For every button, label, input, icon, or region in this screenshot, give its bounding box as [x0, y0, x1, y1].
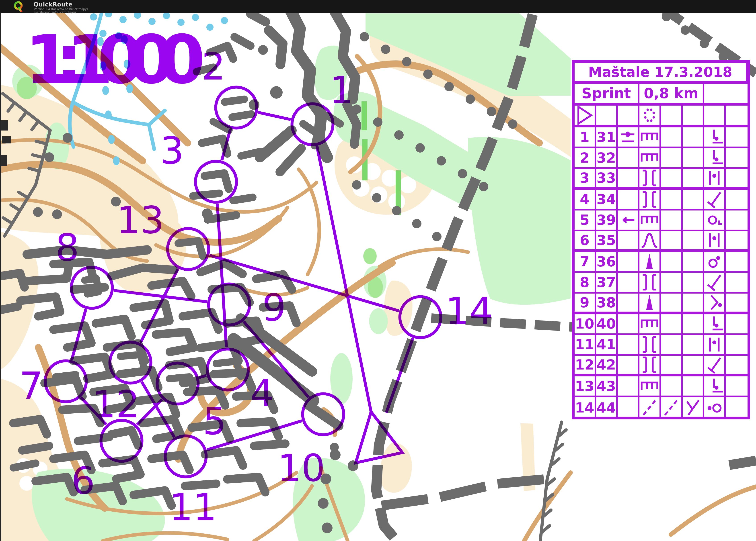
cs-colC-cell: [618, 356, 639, 376]
cs-colE-cell: [661, 252, 683, 272]
map-scale-text: 1:1000: [25, 21, 203, 99]
cs-colE-cell: [661, 190, 683, 211]
cs-code-cell: 37: [596, 272, 618, 293]
cs-colH-cell: [726, 169, 748, 190]
cs-colC-cell: [618, 293, 639, 314]
cs-colF-cell: [683, 335, 704, 356]
sheet-extra-cell: [704, 84, 748, 106]
control-number-label-9: 9: [262, 286, 286, 330]
cs-colG-cell: [704, 314, 726, 335]
cs-colG-cell: [704, 335, 726, 356]
cs-colE-cell: [661, 376, 683, 397]
app-version-label: Version 2.4 (for www.bestik.cz/mapy): [34, 7, 88, 11]
cs-number-cell-4: 4: [575, 190, 596, 211]
between-dot-icon: [705, 169, 724, 188]
cs-colE-cell: [661, 397, 683, 418]
cs-colF-cell: [683, 211, 704, 231]
cs-colD-cell: [639, 272, 661, 293]
cs-code-cell: 38: [596, 293, 618, 314]
cs-colF-cell: [683, 169, 704, 190]
cs-colC-cell: [618, 148, 639, 169]
cs-colC-cell: [618, 106, 639, 127]
cs-colE-cell: [661, 106, 683, 127]
corner-dot-icon: [705, 127, 724, 147]
cs-colF-cell: [683, 252, 704, 272]
check-icon: [705, 190, 724, 209]
cs-colD-cell: [639, 252, 661, 272]
cs-colG-cell: [704, 190, 726, 211]
cs-number-cell-8: 8: [575, 272, 596, 293]
cs-colE-cell: [661, 335, 683, 356]
cs-colD-cell: [639, 190, 661, 211]
cs-colE-cell: [661, 272, 683, 293]
cs-colD-cell: [639, 335, 661, 356]
chevron-dot-icon: [705, 293, 724, 312]
cs-colH-cell: [726, 148, 748, 169]
check-icon: [705, 356, 724, 374]
knoll-icon: [640, 231, 659, 250]
dash-line-icon: [661, 398, 681, 417]
cs-colG-cell: [704, 211, 726, 231]
cs-number-cell-5: 5: [575, 211, 596, 231]
cs-number-cell-7: 7: [575, 252, 596, 272]
circle-dot-icon: [705, 252, 724, 271]
cs-colC-cell: [618, 211, 639, 231]
cs-colE-cell: [661, 293, 683, 314]
cs-colF-cell: [683, 231, 704, 252]
control-number-label-1: 1: [330, 68, 353, 112]
control-number-label-5: 5: [203, 399, 227, 443]
cs-colD-cell: [639, 397, 661, 418]
window-left-border: [0, 0, 1, 541]
cs-code-cell: 36: [596, 252, 618, 272]
cs-code-cell: 41: [596, 335, 618, 356]
wall-icon: [640, 314, 659, 333]
control-number-label-12: 12: [92, 383, 140, 426]
cs-colD-cell: [639, 356, 661, 376]
control-number-label-14: 14: [445, 289, 493, 333]
cs-colH-cell: [726, 127, 748, 148]
cs-colD-cell: [639, 376, 661, 397]
cs-colE-cell: [661, 211, 683, 231]
cs-number-cell-10: 10: [575, 314, 596, 335]
cs-colD-cell: [639, 127, 661, 148]
boulder-icon: [640, 293, 659, 312]
cs-code-cell: 33: [596, 169, 618, 190]
wall-icon: [640, 148, 659, 167]
control-number-label-8: 8: [55, 226, 79, 270]
cs-colE-cell: [661, 169, 683, 190]
cs-colD-cell: [639, 231, 661, 252]
cs-colE-cell: [661, 148, 683, 169]
sheet-title-cell: Maštale 17.3.2018: [575, 63, 748, 84]
quickroute-q-logo-icon: [13, 1, 24, 12]
cs-colF-cell: [683, 356, 704, 376]
wall-icon: [640, 376, 659, 395]
cs-colG-cell: [704, 252, 726, 272]
cs-code-cell: [596, 106, 618, 127]
cs-colG-cell: [704, 397, 726, 418]
cs-colC-cell: [618, 272, 639, 293]
bracket-icon: [640, 169, 659, 188]
cs-colD-cell: [639, 106, 661, 127]
start-triangle-icon: [575, 106, 595, 126]
corner-dot-icon: [705, 376, 724, 395]
bracket-icon: [640, 190, 659, 209]
cs-colC-cell: [618, 169, 639, 190]
dot-circle-icon: [705, 398, 724, 417]
control-number-label-4: 4: [250, 371, 274, 415]
cs-colF-cell: [683, 397, 704, 418]
cs-colH-cell: [726, 356, 748, 376]
cs-colC-cell: [618, 231, 639, 252]
app-title: QuickRoute: [33, 1, 72, 8]
control-number-label-2: 2: [202, 45, 226, 88]
cs-colG-cell: [704, 231, 726, 252]
control-number-label-10: 10: [277, 446, 325, 490]
cs-colH-cell: [726, 106, 748, 127]
cs-number-cell-3: 3: [575, 169, 596, 190]
cs-colH-cell: [726, 211, 748, 231]
cs-code-cell: 40: [596, 314, 618, 335]
cs-number-cell-9: 9: [575, 293, 596, 314]
bracket-icon: [640, 272, 659, 292]
sheet-title: Maštale 17.3.2018: [588, 64, 732, 80]
control-description-sheet: Maštale 17.3.2018Sprint0,8 km13123233343…: [572, 60, 750, 419]
bracket-icon: [640, 335, 659, 354]
